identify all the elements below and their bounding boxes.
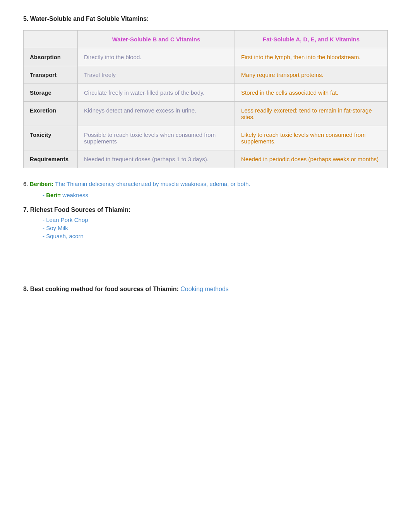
food-item: Soy Milk xyxy=(43,225,388,231)
table-row: AbsorptionDirectly into the blood.First … xyxy=(24,48,388,66)
table-row: ExcretionKidneys detect and remove exces… xyxy=(24,102,388,126)
section6-label: Beriberi: xyxy=(30,181,54,187)
row-fat-col: Likely to reach toxic levels when consum… xyxy=(235,126,388,150)
row-label: Storage xyxy=(24,84,78,102)
row-label: Excretion xyxy=(24,102,78,126)
table-header-empty xyxy=(24,31,78,48)
table-row: RequirementsNeeded in frequent doses (pe… xyxy=(24,150,388,168)
section7-heading: 7. Richest Food Sources of Thiamin: xyxy=(23,206,388,213)
food-item: Squash, acorn xyxy=(43,233,388,239)
dash: - xyxy=(43,192,46,198)
row-label: Requirements xyxy=(24,150,78,168)
section7: 7. Richest Food Sources of Thiamin: Lean… xyxy=(23,206,388,239)
section6-desc: The Thiamin deficiency characterized by … xyxy=(55,181,250,187)
table-row: StorageCirculate freely in water-filled … xyxy=(24,84,388,102)
table-header-fat-soluble: Fat-Soluble A, D, E, and K Vitamins xyxy=(235,31,388,48)
section6-number: 6. xyxy=(23,181,28,187)
food-item: Lean Pork Chop xyxy=(43,217,388,223)
row-fat-col: Stored in the cells associated with fat. xyxy=(235,84,388,102)
row-water-col: Needed in frequent doses (perhaps 1 to 3… xyxy=(78,150,235,168)
row-water-col: Circulate freely in water-filled parts o… xyxy=(78,84,235,102)
row-fat-col: Needed in periodic doses (perhaps weeks … xyxy=(235,150,388,168)
row-label: Toxicity xyxy=(24,126,78,150)
section8-label: 8. Best cooking method for food sources … xyxy=(23,286,179,292)
section5-heading: 5. Water-Soluble and Fat Soluble Vitamin… xyxy=(23,15,388,22)
table-row: TransportTravel freelyMany require trans… xyxy=(24,66,388,84)
row-water-col: Directly into the blood. xyxy=(78,48,235,66)
section8-value: Cooking methods xyxy=(180,286,229,292)
row-water-col: Possible to reach toxic levels when cons… xyxy=(78,126,235,150)
row-fat-col: Less readily excreted; tend to remain in… xyxy=(235,102,388,126)
section6-sub-value: weakness xyxy=(62,192,88,198)
table-row: ToxicityPossible to reach toxic levels w… xyxy=(24,126,388,150)
row-fat-col: Many require transport proteins. xyxy=(235,66,388,84)
row-label: Absorption xyxy=(24,48,78,66)
vitamin-comparison-table: Water-Soluble B and C Vitamins Fat-Solub… xyxy=(23,30,388,168)
row-water-col: Travel freely xyxy=(78,66,235,84)
food-list: Lean Pork ChopSoy MilkSquash, acorn xyxy=(43,217,388,239)
row-fat-col: First into the lymph, then into the bloo… xyxy=(235,48,388,66)
table-header-water-soluble: Water-Soluble B and C Vitamins xyxy=(78,31,235,48)
section6: 6. Beriberi: The Thiamin deficiency char… xyxy=(23,180,388,200)
section8: 8. Best cooking method for food sources … xyxy=(23,286,388,293)
section6-sub: - Beri= weakness xyxy=(43,191,388,200)
row-label: Transport xyxy=(24,66,78,84)
row-water-col: Kidneys detect and remove excess in urin… xyxy=(78,102,235,126)
section6-sub-label: Beri= xyxy=(46,192,61,198)
